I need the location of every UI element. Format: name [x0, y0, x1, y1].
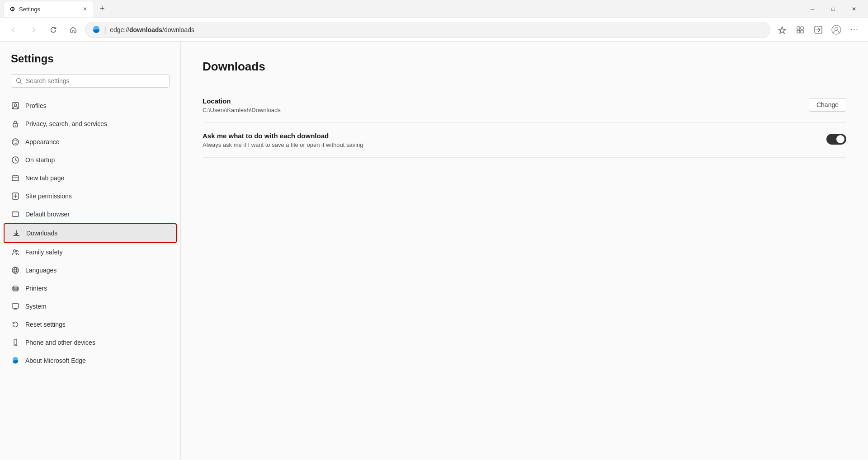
startup-icon	[11, 155, 20, 164]
svg-rect-23	[12, 304, 19, 308]
refresh-button[interactable]	[45, 22, 61, 38]
home-button[interactable]	[65, 22, 81, 38]
downloads-label: Downloads	[26, 230, 57, 237]
more-button[interactable]: ···	[846, 22, 863, 38]
svg-point-25	[15, 344, 16, 345]
reset-icon	[11, 320, 20, 329]
sidebar-item-system[interactable]: System	[0, 297, 180, 315]
search-icon	[16, 78, 22, 84]
svg-point-12	[15, 125, 16, 126]
downloads-icon	[12, 229, 21, 238]
printers-icon	[11, 284, 20, 293]
forward-button[interactable]	[25, 22, 42, 38]
svg-point-7	[835, 27, 838, 30]
toggle-knob	[836, 135, 844, 143]
svg-point-19	[16, 250, 18, 252]
sidebar-item-about[interactable]: About Microsoft Edge	[0, 352, 180, 370]
svg-point-18	[14, 250, 16, 252]
sidebar-item-newtab[interactable]: New tab page	[0, 169, 180, 187]
system-label: System	[25, 303, 47, 310]
phone-icon	[11, 338, 20, 347]
printers-label: Printers	[25, 285, 47, 292]
search-box[interactable]	[11, 74, 170, 88]
sidebar-item-default[interactable]: Default browser	[0, 205, 180, 223]
share-button[interactable]	[810, 22, 826, 38]
ask-download-setting-row: Ask me what to do with each download Alw…	[203, 123, 846, 158]
svg-point-20	[12, 267, 19, 273]
newtab-icon	[11, 174, 20, 183]
title-bar: ⚙ Settings ✕ + ─ □ ✕	[0, 0, 868, 18]
address-scheme: edge://	[110, 26, 129, 33]
default-label: Default browser	[25, 211, 70, 218]
main-layout: Settings Profiles Privacy, search, and s…	[0, 42, 868, 460]
favorites-button[interactable]	[774, 22, 790, 38]
newtab-label: New tab page	[25, 174, 64, 182]
phone-label: Phone and other devices	[25, 339, 95, 346]
ask-download-info: Ask me what to do with each download Alw…	[203, 132, 363, 148]
sidebar-item-downloads[interactable]: Downloads	[4, 223, 177, 243]
profiles-label: Profiles	[25, 102, 47, 109]
address-text: edge://Downloads/downloads	[110, 26, 194, 33]
sidebar-item-printers[interactable]: Printers	[0, 279, 180, 297]
maximize-button[interactable]: □	[823, 2, 844, 16]
languages-label: Languages	[25, 267, 57, 274]
edge-logo-icon	[92, 25, 101, 34]
about-label: About Microsoft Edge	[25, 357, 86, 364]
svg-rect-4	[801, 30, 803, 33]
sidebar-item-appearance[interactable]: Appearance	[0, 133, 180, 151]
new-tab-button[interactable]: +	[96, 3, 108, 15]
languages-icon	[11, 266, 20, 275]
svg-rect-17	[12, 212, 19, 216]
close-button[interactable]: ✕	[844, 2, 864, 16]
location-info: Location C:\Users\Kamlesh\Downloads	[203, 97, 281, 113]
svg-rect-15	[12, 176, 19, 181]
sidebar-item-profiles[interactable]: Profiles	[0, 97, 180, 115]
settings-tab[interactable]: ⚙ Settings ✕	[4, 1, 94, 17]
ask-download-toggle[interactable]	[826, 134, 846, 145]
search-input[interactable]	[26, 77, 165, 84]
sidebar-item-privacy[interactable]: Privacy, search, and services	[0, 115, 180, 133]
sidebar-title: Settings	[0, 52, 180, 74]
sidebar-item-permissions[interactable]: Site permissions	[0, 187, 180, 205]
ask-download-sublabel: Always ask me if I want to save a file o…	[203, 141, 363, 148]
default-browser-icon	[11, 210, 20, 219]
family-label: Family safety	[25, 249, 62, 256]
page-title: Downloads	[203, 60, 846, 74]
sidebar-item-reset[interactable]: Reset settings	[0, 315, 180, 333]
settings-tab-icon: ⚙	[9, 5, 15, 13]
reset-label: Reset settings	[25, 321, 66, 328]
permissions-label: Site permissions	[25, 192, 72, 200]
svg-rect-3	[797, 30, 800, 33]
sidebar-item-languages[interactable]: Languages	[0, 261, 180, 279]
sidebar-item-family[interactable]: Family safety	[0, 243, 180, 261]
family-icon	[11, 248, 20, 257]
back-button[interactable]	[5, 22, 22, 38]
nav-actions: ···	[774, 22, 863, 38]
location-label: Location	[203, 97, 281, 105]
location-setting-row: Location C:\Users\Kamlesh\Downloads Chan…	[203, 88, 846, 123]
svg-rect-2	[801, 27, 803, 29]
privacy-icon	[11, 119, 20, 128]
permissions-icon	[11, 192, 20, 201]
address-settings: Downloads	[129, 26, 162, 33]
profile-button[interactable]	[828, 22, 844, 38]
collections-button[interactable]	[792, 22, 808, 38]
address-bar[interactable]: | edge://Downloads/downloads	[85, 22, 770, 38]
window-controls: ─ □ ✕	[802, 2, 864, 16]
main-content: Downloads Location C:\Users\Kamlesh\Down…	[181, 42, 868, 460]
address-separator: |	[104, 26, 106, 34]
sidebar-item-startup[interactable]: On startup	[0, 151, 180, 169]
tab-area: ⚙ Settings ✕ +	[4, 1, 802, 17]
ask-download-label: Ask me what to do with each download	[203, 132, 363, 140]
profiles-icon	[11, 101, 20, 110]
privacy-label: Privacy, search, and services	[25, 120, 107, 127]
tab-close-button[interactable]: ✕	[82, 5, 88, 13]
sidebar-item-phone[interactable]: Phone and other devices	[0, 333, 180, 352]
svg-point-10	[14, 104, 17, 106]
minimize-button[interactable]: ─	[802, 2, 823, 16]
system-icon	[11, 302, 20, 311]
navigation-bar: | edge://Downloads/downloads ···	[0, 18, 868, 42]
appearance-label: Appearance	[25, 138, 60, 146]
change-location-button[interactable]: Change	[809, 98, 846, 112]
appearance-icon	[11, 137, 20, 146]
